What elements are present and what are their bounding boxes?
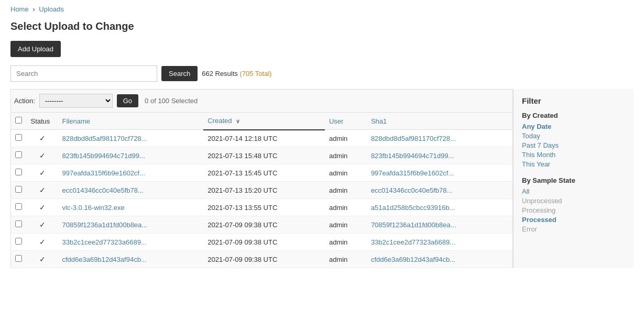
action-select[interactable]: -------- (39, 94, 113, 108)
row-created: 2021-07-13 15:45 UTC (203, 164, 325, 182)
created-filter-item: This Year (522, 160, 625, 168)
status-checkmark: ✓ (39, 238, 46, 246)
sha1-link[interactable]: 828dbd8d5af981170cf728... (371, 135, 456, 142)
sha1-link[interactable]: 997eafda315f6b9e1602cf... (371, 169, 454, 177)
row-status: ✓ (27, 164, 58, 182)
sha1-link[interactable]: a51a1d258b5cbcc93916b... (371, 204, 455, 212)
filename-link[interactable]: 997eafda315f6b9e1602cf... (62, 169, 145, 177)
sample-state-filter-item: Processing (522, 206, 625, 214)
col-created-link[interactable]: Created (208, 117, 232, 125)
row-sha1: a51a1d258b5cbcc93916b... (367, 199, 513, 216)
row-user: admin (325, 130, 367, 147)
filename-link[interactable]: ecc014346cc0c40e5fb78... (62, 186, 144, 194)
breadcrumb-home[interactable]: Home (10, 5, 29, 13)
sha1-link[interactable]: cfdd6e3a69b12d43af94cb... (371, 256, 455, 263)
status-checkmark: ✓ (39, 203, 46, 212)
filename-link[interactable]: 828dbd8d5af981170cf728... (62, 135, 147, 142)
search-button[interactable]: Search (161, 66, 198, 81)
row-checkbox-cell (11, 164, 27, 182)
row-checkbox[interactable] (15, 169, 22, 175)
search-input[interactable] (10, 65, 157, 82)
filter-title: Filter (522, 96, 625, 105)
col-user-link[interactable]: User (329, 117, 343, 125)
row-checkbox[interactable] (15, 238, 22, 245)
results-text: 662 Results (705 Total) (202, 70, 271, 78)
sha1-link[interactable]: 33b2c1cee2d77323a6689... (371, 238, 455, 246)
by-created-title: By Created (522, 112, 625, 119)
row-filename: ecc014346cc0c40e5fb78... (58, 182, 204, 199)
row-filename: cfdd6e3a69b12d43af94cb... (58, 251, 204, 268)
row-user: admin (325, 182, 367, 199)
row-checkbox[interactable] (15, 134, 22, 141)
sample-state-filter-link[interactable]: All (522, 187, 529, 195)
table-section: Action: -------- Go 0 of 100 Selected St… (10, 89, 513, 268)
status-checkmark: ✓ (39, 186, 46, 194)
filename-link[interactable]: 33b2c1cee2d77323a6689... (62, 238, 147, 246)
status-checkmark: ✓ (39, 134, 46, 142)
row-user: admin (325, 251, 367, 268)
row-created: 2021-07-09 09:38 UTC (203, 216, 325, 234)
created-filter-link[interactable]: Past 7 Days (522, 141, 559, 149)
filename-link[interactable]: 70859f1236a1d1fd00b8ea... (62, 221, 148, 229)
sample-state-filter-item: Processed (522, 216, 625, 224)
selected-count: 0 of 100 Selected (145, 97, 198, 105)
row-status: ✓ (27, 199, 58, 216)
sample-state-filter-list: AllUnprocessedProcessingProcessedError (522, 187, 625, 233)
table-row: ✓ 70859f1236a1d1fd00b8ea... 2021-07-09 0… (11, 216, 513, 234)
row-checkbox[interactable] (15, 151, 22, 158)
sample-state-filter-link[interactable]: Processed (522, 216, 556, 224)
row-status: ✓ (27, 234, 58, 251)
row-checkbox[interactable] (15, 255, 22, 262)
sha1-link[interactable]: 823fb145b994694c71d99... (371, 152, 454, 160)
table-row: ✓ 33b2c1cee2d77323a6689... 2021-07-09 09… (11, 234, 513, 251)
row-sha1: ecc014346cc0c40e5fb78... (367, 182, 513, 199)
row-sha1: 33b2c1cee2d77323a6689... (367, 234, 513, 251)
row-created: 2021-07-13 13:55 UTC (203, 199, 325, 216)
sha1-link[interactable]: 70859f1236a1d1fd00b8ea... (371, 221, 456, 229)
add-upload-button[interactable]: Add Upload (10, 41, 61, 57)
created-filter-item: Past 7 Days (522, 141, 625, 149)
sort-icon: ∨ (236, 118, 240, 124)
breadcrumb: Home › Uploads (10, 5, 634, 13)
row-checkbox-cell (11, 130, 27, 147)
created-filter-item: Today (522, 132, 625, 140)
page-title: Select Upload to Change (10, 20, 634, 32)
main-layout: Action: -------- Go 0 of 100 Selected St… (10, 89, 634, 268)
table-row: ✓ 997eafda315f6b9e1602cf... 2021-07-13 1… (11, 164, 513, 182)
row-sha1: 70859f1236a1d1fd00b8ea... (367, 216, 513, 234)
status-checkmark: ✓ (39, 220, 46, 229)
table-row: ✓ cfdd6e3a69b12d43af94cb... 2021-07-09 0… (11, 251, 513, 268)
sha1-link[interactable]: ecc014346cc0c40e5fb78... (371, 186, 452, 194)
row-checkbox-cell (11, 199, 27, 216)
created-filter-link[interactable]: This Month (522, 151, 555, 159)
row-created: 2021-07-14 12:18 UTC (203, 130, 325, 147)
row-user: admin (325, 147, 367, 164)
row-checkbox[interactable] (15, 220, 22, 227)
row-user: admin (325, 199, 367, 216)
col-sha1-link[interactable]: Sha1 (371, 117, 387, 125)
row-checkbox[interactable] (15, 203, 22, 210)
go-button[interactable]: Go (117, 94, 138, 107)
action-bar: Action: -------- Go 0 of 100 Selected (10, 89, 513, 112)
filename-link[interactable]: cfdd6e3a69b12d43af94cb... (62, 256, 147, 263)
row-checkbox[interactable] (15, 186, 22, 193)
filename-link[interactable]: 823fb145b994694c71d99... (62, 152, 145, 160)
row-checkbox-cell (11, 234, 27, 251)
created-filter-link[interactable]: Any Date (522, 123, 551, 130)
row-filename: 828dbd8d5af981170cf728... (58, 130, 204, 147)
breadcrumb-current[interactable]: Uploads (39, 5, 64, 13)
col-filename-link[interactable]: Filename (62, 117, 90, 125)
filename-link[interactable]: vlc-3.0.16-win32.exe (62, 204, 125, 212)
table-row: ✓ 823fb145b994694c71d99... 2021-07-13 15… (11, 147, 513, 164)
col-created: Created ∨ (203, 113, 325, 130)
status-checkmark: ✓ (39, 169, 46, 177)
created-filter-link[interactable]: Today (522, 132, 540, 140)
created-filter-link[interactable]: This Year (522, 160, 550, 168)
row-checkbox-cell (11, 147, 27, 164)
status-checkmark: ✓ (39, 151, 46, 160)
results-total: (705 Total) (239, 70, 271, 78)
row-filename: 70859f1236a1d1fd00b8ea... (58, 216, 204, 234)
select-all-checkbox[interactable] (15, 117, 22, 124)
row-filename: 33b2c1cee2d77323a6689... (58, 234, 204, 251)
uploads-table: Status Filename Created ∨ User Sha1 (10, 112, 513, 268)
